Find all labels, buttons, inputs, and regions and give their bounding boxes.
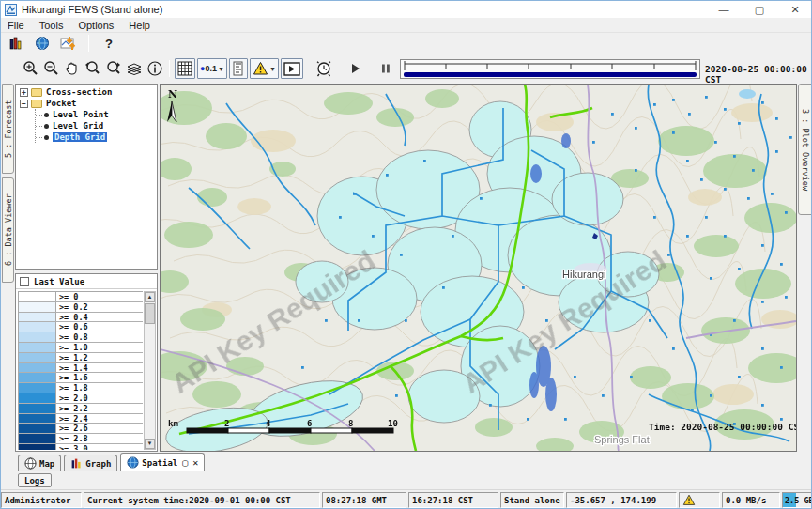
info-icon[interactable]	[146, 59, 164, 78]
timeseries-import-icon[interactable]	[59, 34, 78, 53]
legend-swatch	[19, 322, 56, 332]
legend-swatch	[19, 434, 56, 443]
locality-label: Springs Flat	[594, 434, 650, 445]
warning-icon	[682, 494, 696, 506]
grid-display-button[interactable]	[175, 58, 195, 79]
legend-row[interactable]: >= 0.4	[19, 313, 143, 323]
legend-swatch	[19, 332, 56, 342]
legend-swatch	[19, 292, 56, 301]
tree-node-cross-section[interactable]: + Cross-section	[16, 86, 157, 98]
layer-tree: + Cross-section − Pocket Level Point Lev…	[15, 84, 158, 270]
scroll-thumb[interactable]	[145, 303, 155, 324]
zoom-in-icon[interactable]	[22, 59, 40, 78]
tab-data-viewer[interactable]: 6 : Data Viewer	[2, 177, 14, 283]
time-slider[interactable]	[400, 59, 700, 79]
legend-row[interactable]: >= 1.6	[19, 373, 143, 383]
left-tab-strip: 5 : Forecast 6 : Data Viewer	[1, 84, 14, 452]
pan-hand-icon[interactable]	[63, 59, 82, 78]
logs-button[interactable]: Logs	[18, 473, 52, 487]
legend-row[interactable]: >= 1.4	[19, 363, 143, 374]
legend-row[interactable]: >= 3.0	[19, 444, 143, 450]
legend-row[interactable]: >= 0	[19, 292, 143, 302]
tab-plot-overview[interactable]: 3 : Plot Overview	[798, 84, 812, 215]
left-panel: + Cross-section − Pocket Level Point Lev…	[14, 84, 160, 452]
legend-row[interactable]: >= 2.2	[19, 404, 143, 414]
elevation-scale-button[interactable]	[229, 58, 248, 79]
logs-row: Logs	[1, 471, 812, 490]
globe-map-icon[interactable]	[33, 34, 52, 53]
legend-label: >= 2.4	[56, 414, 88, 424]
tree-node-level-point[interactable]: Level Point	[36, 109, 157, 120]
layers-icon[interactable]	[125, 59, 144, 78]
menu-file[interactable]: File	[8, 20, 24, 31]
toolbar-separator	[169, 60, 170, 77]
collapse-icon[interactable]: −	[20, 100, 28, 108]
svg-text:6: 6	[307, 419, 312, 428]
legend-row[interactable]: >= 1.0	[19, 343, 143, 353]
legend-swatch	[19, 302, 56, 312]
status-warning[interactable]	[679, 492, 720, 508]
legend-row[interactable]: >= 1.2	[19, 353, 143, 363]
panel-maximize-icon[interactable]: ▢	[182, 457, 188, 468]
help-button[interactable]: ?	[100, 34, 118, 53]
legend-row[interactable]: >= 0.8	[19, 332, 143, 343]
timeline-datetime-label: 2020-08-25 00:00:00 CST	[705, 64, 812, 85]
pause-button[interactable]	[376, 59, 395, 78]
tab-forecast[interactable]: 5 : Forecast	[2, 84, 14, 174]
legend-row[interactable]: >= 2.0	[19, 393, 143, 404]
animation-movie-button[interactable]	[281, 58, 303, 79]
legend-label: >= 1.6	[56, 373, 88, 382]
zoom-previous-icon[interactable]	[84, 59, 102, 78]
legend-swatch	[19, 343, 56, 352]
tab-spatial[interactable]: Spatial ▢ ✕	[120, 453, 205, 471]
status-user: Administrator	[1, 492, 82, 508]
bullet-icon	[44, 135, 49, 140]
app-logo-icon	[5, 4, 17, 16]
legend-row[interactable]: >= 0.6	[19, 322, 143, 332]
expand-icon[interactable]: +	[20, 88, 28, 97]
panel-close-icon[interactable]: ✕	[192, 457, 198, 468]
grid-classbreak-dropdown[interactable]: ●0.1▼	[197, 58, 227, 79]
legend-swatch	[19, 424, 56, 433]
status-gmt-time: 08:27:18 GMT	[322, 492, 406, 508]
zoom-next-icon[interactable]	[104, 59, 123, 78]
warning-threshold-dropdown[interactable]: ▼	[250, 58, 279, 79]
maximize-button[interactable]: ▢	[742, 1, 777, 18]
legend-row[interactable]: >= 2.8	[19, 434, 143, 444]
play-button[interactable]	[346, 59, 365, 78]
tab-map[interactable]: Map	[18, 455, 61, 471]
tree-node-pocket[interactable]: − Pocket	[16, 98, 157, 109]
map-viewport[interactable]: API Key Required API Key Required Hikura…	[160, 84, 797, 452]
last-value-checkbox[interactable]	[20, 277, 29, 286]
menu-help[interactable]: Help	[129, 20, 150, 31]
map-toolbar: ●0.1▼ ▼	[1, 54, 812, 84]
tab-graph[interactable]: Graph	[64, 455, 117, 471]
legend-row[interactable]: >= 2.4	[19, 414, 143, 424]
animation-settings-icon[interactable]	[314, 59, 333, 78]
database-chart-icon[interactable]	[7, 34, 25, 53]
map-canvas[interactable]: API Key Required API Key Required Hikura…	[161, 85, 796, 451]
toolbar-separator	[88, 35, 89, 52]
scroll-down-icon[interactable]: ▼	[145, 439, 155, 449]
legend-row[interactable]: >= 1.8	[19, 383, 143, 393]
menu-bar: File Tools Options Help	[1, 18, 812, 33]
close-button[interactable]: ✕	[777, 1, 812, 18]
bullet-icon	[44, 124, 49, 129]
legend-swatch	[19, 444, 56, 450]
legend-row[interactable]: >= 2.6	[19, 424, 143, 434]
svg-text:10: 10	[388, 419, 398, 428]
menu-tools[interactable]: Tools	[39, 20, 64, 31]
tree-node-level-grid[interactable]: Level Grid	[36, 120, 157, 131]
minimize-button[interactable]: —	[706, 1, 742, 18]
scroll-up-icon[interactable]: ▲	[145, 292, 155, 302]
bullet-icon	[44, 113, 49, 117]
legend-label: >= 0	[56, 292, 78, 301]
legend-row[interactable]: >= 0.2	[19, 302, 143, 313]
legend-scrollbar[interactable]: ▲ ▼	[144, 291, 156, 450]
zoom-out-icon[interactable]	[42, 59, 61, 78]
tree-node-depth-grid[interactable]: Depth Grid	[36, 131, 157, 143]
map-time-label: Time: 2020-08-25 00:00:00 CST	[649, 422, 796, 432]
status-coordinates: -35.657 , 174.199	[566, 492, 677, 508]
menu-options[interactable]: Options	[78, 20, 114, 31]
main-toolbar: ?	[1, 33, 812, 54]
